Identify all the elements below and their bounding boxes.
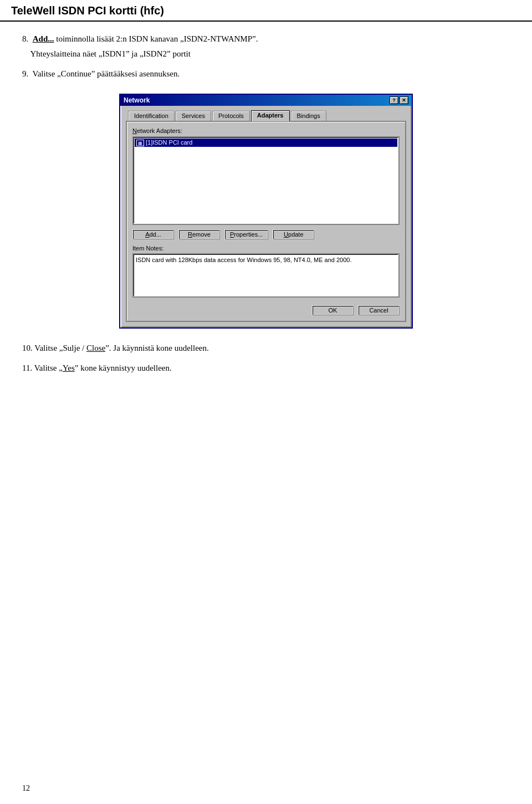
tab-adapters[interactable]: Adapters xyxy=(251,110,290,121)
add-button[interactable]: Add... xyxy=(132,229,174,239)
listbox-item-isdn[interactable]: ▦[1]ISDN PCI card xyxy=(135,139,397,147)
cancel-button[interactable]: Cancel xyxy=(358,305,400,315)
item-notes-label-text: Item Notes: xyxy=(132,245,163,252)
item-notes-label: Item Notes: xyxy=(132,245,400,252)
step11-number: 11. xyxy=(22,363,32,372)
properties-button[interactable]: Properties... xyxy=(224,229,268,239)
step11-yes: Yes xyxy=(63,363,75,372)
step-10: 10. Valitse „Sulje / Close”. Ja käynnist… xyxy=(22,342,510,355)
tab-bindings[interactable]: Bindings xyxy=(291,111,326,121)
dialog-body: Identification Services Protocols Adapte… xyxy=(120,106,412,327)
step8-number: 8. xyxy=(22,34,28,43)
tab-protocols[interactable]: Protocols xyxy=(212,111,250,121)
main-content: 8. Add... toiminnolla lisäät 2:n ISDN ka… xyxy=(0,22,532,393)
step-8: 8. Add... toiminnolla lisäät 2:n ISDN ka… xyxy=(22,33,510,60)
item-notes-box: ISDN card with 128Kbps data access for W… xyxy=(132,253,400,298)
step10-close: Close xyxy=(86,344,105,352)
dialog-wrapper: Network ? ✕ Identification Services Prot… xyxy=(22,94,510,329)
step10-text2: ”. Ja käynnistä kone uudelleen. xyxy=(105,344,209,352)
step9-number: 9. xyxy=(22,69,28,78)
ok-button[interactable]: OK xyxy=(312,305,354,315)
dialog-titlebar: Network ? ✕ xyxy=(120,95,412,106)
ok-cancel-row: OK Cancel xyxy=(132,303,400,315)
item-notes-text: ISDN card with 128Kbps data access for W… xyxy=(136,257,351,263)
section-label: Network Adapters: xyxy=(132,127,400,134)
tab-content-area: Network Adapters: ▦[1]ISDN PCI card Add.… xyxy=(126,121,406,322)
dialog-title: Network xyxy=(124,96,150,104)
step8-text2: toiminnolla lisäät 2:n ISDN kanavan „ISD… xyxy=(54,34,258,43)
step11-text1: Valitse „ xyxy=(34,363,63,372)
tab-identification[interactable]: Identification xyxy=(128,111,175,121)
page-number: 12 xyxy=(22,784,30,793)
step-11: 11. Valitse „Yes” kone käynnistyy uudell… xyxy=(22,362,510,375)
update-button[interactable]: Update xyxy=(273,229,314,239)
step8-text3: Yhteyslaitteina näet „ISDN1” ja „ISDN2” … xyxy=(28,49,191,58)
step10-number: 10. xyxy=(22,344,33,352)
network-dialog: Network ? ✕ Identification Services Prot… xyxy=(119,94,413,329)
listbox-item-icon: ▦ xyxy=(136,140,144,146)
title-bar: TeleWell ISDN PCI kortti (hfc) xyxy=(0,0,532,22)
adapter-btn-row: Add... Remove Properties... Update xyxy=(132,229,400,239)
page-title: TeleWell ISDN PCI kortti (hfc) xyxy=(11,4,521,17)
step11-text2: ” kone käynnistyy uudelleen. xyxy=(75,363,172,372)
help-button[interactable]: ? xyxy=(390,96,398,104)
step9-text: Valitse „Continue” päättääksesi asennuks… xyxy=(32,69,180,78)
step-9: 9. Valitse „Continue” päättääksesi asenn… xyxy=(22,68,510,80)
adapters-listbox[interactable]: ▦[1]ISDN PCI card xyxy=(132,136,400,225)
step10-text1: Valitse „Sulje / xyxy=(34,344,86,352)
tab-services[interactable]: Services xyxy=(176,111,211,121)
step8-add: Add... xyxy=(33,34,54,43)
listbox-item-label: [1]ISDN PCI card xyxy=(146,139,192,146)
page-number-text: 12 xyxy=(22,784,30,792)
close-button[interactable]: ✕ xyxy=(400,96,408,104)
dialog-titlebar-buttons: ? ✕ xyxy=(390,96,408,104)
remove-button[interactable]: Remove xyxy=(178,229,220,239)
tab-row: Identification Services Protocols Adapte… xyxy=(126,110,406,121)
